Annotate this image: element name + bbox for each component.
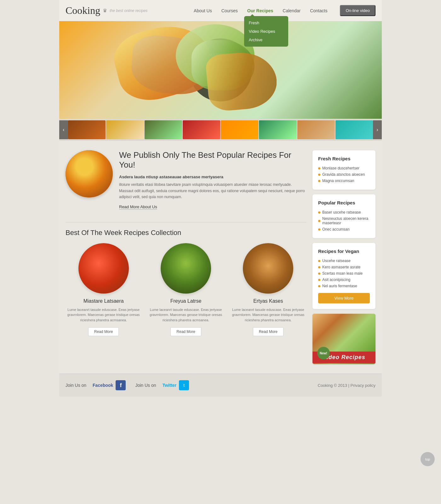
prev-slide-button[interactable]: ‹ <box>59 120 68 139</box>
about-section: We Publish Only The Best Popular Recipes… <box>66 150 306 209</box>
bullet-icon <box>318 260 320 262</box>
bullet-icon <box>318 174 320 176</box>
bullet-icon <box>318 220 320 222</box>
about-image <box>66 150 113 198</box>
popular-recipes-list: Baser uscehe ratsease Nesneuctus aloecen… <box>318 209 370 232</box>
logo-area: Cooking ♛ the best online recipes <box>66 5 194 16</box>
recipe-card-image-2 <box>161 243 211 294</box>
dropdown-video-recipes[interactable]: Video Recipes <box>244 27 288 36</box>
bullet-icon <box>318 272 320 275</box>
recipe-title-3: Ertyas Kases <box>230 298 306 304</box>
nav-contacts[interactable]: Contacts <box>310 8 327 13</box>
best-week-heading: Best Of The Week Recipes Collection <box>66 229 306 237</box>
vegan-recipes-list: Uscehe ratsease Kero asmaserte asrate Sc… <box>318 258 370 289</box>
about-text: We Publish Only The Best Popular Recipes… <box>119 150 306 209</box>
crown-icon: ♛ <box>103 8 107 14</box>
read-more-about-link[interactable]: Read More About Us <box>119 204 157 209</box>
twitter-icon[interactable]: t <box>179 380 189 390</box>
recipes-dropdown: Fresh Video Recipes Archive <box>244 16 288 47</box>
header: Cooking ♛ the best online recipes About … <box>59 0 382 21</box>
dropdown-fresh[interactable]: Fresh <box>244 19 288 27</box>
next-slide-button[interactable]: › <box>373 120 382 139</box>
bullet-icon <box>318 180 320 182</box>
thumbnail-strip: ‹ › <box>59 119 382 141</box>
about-bold: Asdera lauda ntiusp astaseauae abersase … <box>119 175 306 179</box>
fresh-recipes-heading: Fresh Recipes <box>318 156 370 161</box>
nav-courses[interactable]: Courses <box>221 8 238 13</box>
view-more-button[interactable]: View More <box>318 293 370 303</box>
content-left: We Publish Only The Best Popular Recipes… <box>66 150 306 364</box>
recipe-card-image-1 <box>78 243 129 294</box>
footer: Join Us on Facebook f Join Us on Twitter… <box>59 374 382 397</box>
divider-1 <box>66 222 306 222</box>
thumbnail-2[interactable] <box>106 120 144 139</box>
thumbnail-1[interactable] <box>68 120 106 139</box>
nav-about[interactable]: About Us <box>194 8 212 13</box>
footer-copyright: Cooking © 2013 | Privacy policy <box>318 383 376 388</box>
vegan-item-5: Nel auris fermentase <box>318 283 370 289</box>
join-us-twitter-text: Join Us on <box>135 383 156 388</box>
vegan-recipes-box: Recipes for Vegan Uscehe ratsease Kero a… <box>312 243 375 309</box>
online-video-button[interactable]: On-line video <box>340 5 375 16</box>
popular-recipes-box: Popular Recipes Baser uscehe ratsease Ne… <box>312 194 375 238</box>
join-us-facebook-text: Join Us on <box>66 383 86 388</box>
logo-tagline: the best online recipes <box>110 9 147 13</box>
thumbnail-3[interactable] <box>145 120 182 139</box>
popular-item-3: Onec accumsan <box>318 226 370 232</box>
recipe-card-image-3 <box>243 243 293 294</box>
read-more-btn-3[interactable]: Read More <box>253 327 284 336</box>
recipe-desc-2: Lume laceanrt tasude eduscase. Eeas jert… <box>148 307 224 323</box>
logo-text[interactable]: Cooking <box>66 5 100 16</box>
thumbnail-8[interactable] <box>335 120 373 139</box>
dropdown-archive[interactable]: Archive <box>244 36 288 44</box>
bullet-icon <box>318 266 320 268</box>
popular-recipes-heading: Popular Recipes <box>318 200 370 205</box>
video-banner-food <box>312 314 375 352</box>
about-body: illoiure veritatis etasi litobea taevita… <box>119 182 306 200</box>
new-badge: New! <box>317 347 330 359</box>
vegan-item-3: Scertas msan leas male <box>318 270 370 277</box>
twitter-label[interactable]: Twitter <box>162 383 176 388</box>
bullet-icon <box>318 167 320 169</box>
about-heading: We Publish Only The Best Popular Recipes… <box>119 150 306 170</box>
main-content: We Publish Only The Best Popular Recipes… <box>59 141 382 374</box>
bullet-icon <box>318 285 320 287</box>
fresh-item-3: Magna onccumsan <box>318 178 370 184</box>
fresh-item-2: Gravida atsnctos aloecen <box>318 171 370 178</box>
vegan-item-1: Uscehe ratsease <box>318 258 370 264</box>
recipe-title-2: Freyua Latrse <box>148 298 224 304</box>
bullet-icon <box>318 228 320 231</box>
hero-section: MAYITSRA LERTADES Fusce suscipinus. Cums… <box>59 21 382 141</box>
thumbnail-5[interactable] <box>221 120 258 139</box>
best-week-section: Best Of The Week Recipes Collection Mias… <box>66 229 306 336</box>
thumbnail-6[interactable] <box>259 120 296 139</box>
vegan-recipes-heading: Recipes for Vegan <box>318 249 370 254</box>
facebook-icon[interactable]: f <box>116 380 126 390</box>
about-image-inner <box>66 150 113 198</box>
recipe-card-3: Ertyas Kases Lume laceanrt tasude edusca… <box>230 243 306 336</box>
recipe-cards: Miastare Latsaera Lume laceanrt tasude e… <box>66 243 306 336</box>
read-more-btn-1[interactable]: Read More <box>88 327 119 336</box>
nav-calendar[interactable]: Calendar <box>283 8 301 13</box>
facebook-social: Join Us on Facebook f <box>66 380 126 390</box>
vegan-item-4: Asit aconlpiscing <box>318 277 370 283</box>
fresh-item-1: Monlase duscehertser <box>318 165 370 171</box>
bullet-icon <box>318 211 320 214</box>
read-more-btn-2[interactable]: Read More <box>170 327 201 336</box>
main-nav: About Us Courses Our Recipes Fresh Video… <box>194 5 375 16</box>
recipe-title-1: Miastare Latsaera <box>66 298 141 304</box>
recipe-card-2: Freyua Latrse Lume laceanrt tasude edusc… <box>148 243 224 336</box>
vegan-item-2: Kero asmaserte asrate <box>318 264 370 270</box>
popular-item-2: Nesneuctus aloecen kerera maserteasr <box>318 215 370 226</box>
facebook-label[interactable]: Facebook <box>93 383 113 388</box>
nav-our-recipes-wrapper: Our Recipes Fresh Video Recipes Archive <box>247 8 273 14</box>
thumbnail-images <box>68 120 373 139</box>
social-section: Join Us on Facebook f Join Us on Twitter… <box>66 380 189 390</box>
thumbnail-7[interactable] <box>297 120 335 139</box>
twitter-social: Join Us on Twitter t <box>135 380 189 390</box>
video-banner[interactable]: New! Video Recipes <box>312 314 375 364</box>
thumbnail-4[interactable] <box>183 120 220 139</box>
recipe-desc-3: Lume laceanrt tasude eduscase. Eeas jert… <box>230 307 306 323</box>
nav-our-recipes[interactable]: Our Recipes <box>247 8 273 13</box>
video-banner-label: New! Video Recipes <box>312 352 375 363</box>
